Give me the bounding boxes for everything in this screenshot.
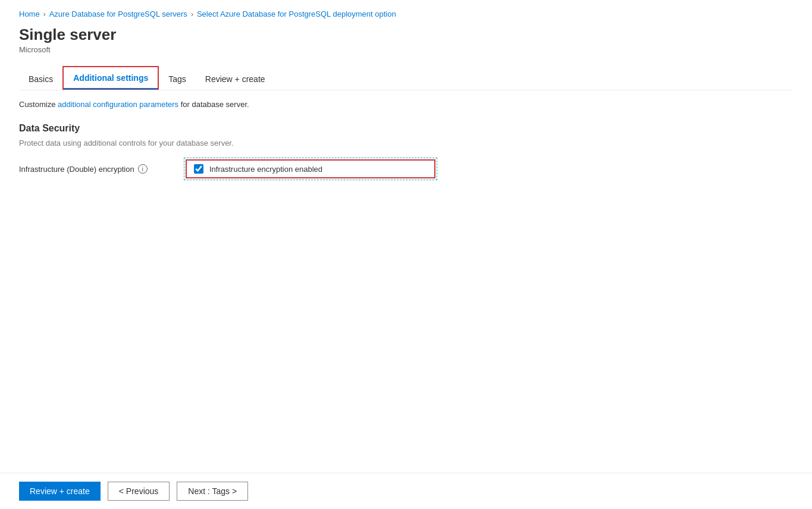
review-create-button[interactable]: Review + create — [19, 482, 101, 501]
footer: Review + create < Previous Next : Tags > — [0, 473, 812, 509]
breadcrumb-sep-2: › — [191, 10, 193, 18]
description-link[interactable]: additional configuration parameters — [58, 100, 178, 109]
breadcrumb: Home › Azure Database for PostgreSQL ser… — [19, 10, 793, 18]
infrastructure-label: Infrastructure (Double) encryption i — [19, 164, 186, 174]
infrastructure-checkbox-wrapper: Infrastructure encryption enabled — [186, 159, 435, 178]
tab-basics[interactable]: Basics — [19, 68, 62, 90]
infrastructure-encryption-row: Infrastructure (Double) encryption i Inf… — [19, 159, 793, 178]
tab-additional-settings[interactable]: Additional settings — [62, 66, 159, 90]
tab-tags[interactable]: Tags — [159, 68, 196, 90]
previous-button[interactable]: < Previous — [108, 482, 170, 501]
section-title-data-security: Data Security — [19, 123, 793, 134]
next-button[interactable]: Next : Tags > — [177, 482, 248, 501]
tabs-container: Basics Additional settings Tags Review +… — [19, 66, 793, 90]
breadcrumb-sep-1: › — [43, 10, 46, 18]
breadcrumb-deployment[interactable]: Select Azure Database for PostgreSQL dep… — [197, 10, 396, 18]
tab-description: Customize additional configuration param… — [19, 100, 793, 109]
infrastructure-checkbox-label: Infrastructure encryption enabled — [209, 165, 322, 174]
page-title: Single server — [19, 26, 793, 44]
breadcrumb-postgres[interactable]: Azure Database for PostgreSQL servers — [49, 10, 187, 18]
infrastructure-checkbox[interactable] — [194, 164, 203, 174]
breadcrumb-home[interactable]: Home — [19, 10, 40, 18]
page-subtitle: Microsoft — [19, 45, 793, 54]
info-icon[interactable]: i — [138, 164, 148, 174]
tab-review-create[interactable]: Review + create — [196, 68, 275, 90]
infrastructure-label-text: Infrastructure (Double) encryption — [19, 165, 134, 174]
section-desc-data-security: Protect data using additional controls f… — [19, 139, 793, 147]
